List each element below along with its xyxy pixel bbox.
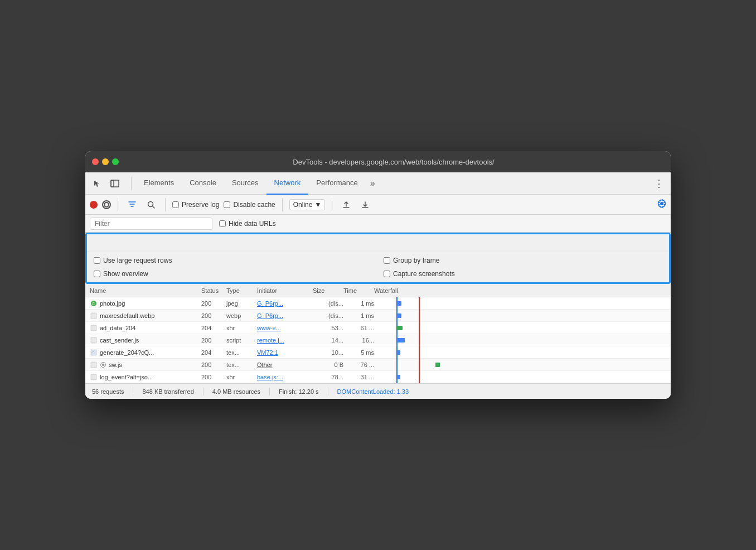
col-header-type[interactable]: Type bbox=[226, 287, 257, 294]
hide-data-urls-label: Hide data URLs bbox=[229, 220, 276, 228]
cursor-icon[interactable] bbox=[90, 176, 104, 191]
cell-status: 200 bbox=[201, 374, 226, 380]
tab-sources[interactable]: Sources bbox=[224, 172, 266, 195]
titlebar: DevTools - developers.google.com/web/too… bbox=[85, 151, 671, 172]
cell-name: maxresdefault.webp bbox=[90, 312, 201, 320]
col-header-status[interactable]: Status bbox=[201, 287, 226, 294]
cell-size: 14... bbox=[313, 337, 343, 344]
filter-input[interactable] bbox=[90, 218, 212, 230]
cell-waterfall bbox=[374, 371, 666, 383]
cell-status: 200 bbox=[201, 312, 226, 319]
settings-icon[interactable] bbox=[657, 199, 666, 210]
settings-row-top bbox=[87, 234, 669, 252]
show-overview-input[interactable] bbox=[94, 271, 100, 277]
cell-initiator[interactable]: remote.j... bbox=[257, 337, 313, 344]
more-options-icon[interactable]: ⋮ bbox=[652, 176, 666, 191]
gear-file-icon bbox=[100, 361, 106, 368]
cell-type: xhr bbox=[226, 374, 257, 380]
show-overview-label: Show overview bbox=[103, 270, 148, 278]
separator bbox=[269, 388, 270, 395]
disable-cache-checkbox[interactable]: Disable cache bbox=[224, 201, 275, 209]
resources-size: 4.0 MB resources bbox=[212, 388, 260, 395]
clear-button[interactable] bbox=[102, 200, 111, 209]
more-tabs-icon[interactable]: » bbox=[366, 178, 380, 189]
dropdown-arrow-icon: ▼ bbox=[314, 201, 321, 209]
cell-initiator[interactable]: VM72:1 bbox=[257, 349, 313, 356]
capture-screenshots-input[interactable] bbox=[384, 271, 390, 277]
tab-console[interactable]: Console bbox=[182, 172, 224, 195]
large-request-rows-checkbox[interactable]: Use large request rows bbox=[94, 257, 372, 264]
svg-rect-14 bbox=[91, 374, 96, 380]
hide-data-urls-input[interactable] bbox=[219, 220, 226, 227]
cell-initiator[interactable]: www-e... bbox=[257, 325, 313, 331]
table-row[interactable]: C photo.jpg 200 jpeg G_P6rp... (dis... 1… bbox=[85, 297, 671, 310]
preserve-log-checkbox[interactable]: Preserve log bbox=[172, 201, 219, 209]
large-request-rows-label: Use large request rows bbox=[103, 257, 172, 264]
tab-network[interactable]: Network bbox=[266, 172, 309, 195]
filter-bar: Hide data URLs bbox=[85, 215, 671, 233]
capture-screenshots-checkbox[interactable]: Capture screenshots bbox=[384, 270, 662, 278]
hide-data-urls-checkbox[interactable]: Hide data URLs bbox=[219, 220, 276, 228]
close-button[interactable] bbox=[92, 158, 99, 165]
export-icon[interactable] bbox=[358, 197, 372, 212]
cell-time: 76 ... bbox=[343, 361, 374, 368]
toolbar-right: ⋮ bbox=[652, 176, 666, 191]
dock-icon[interactable] bbox=[108, 176, 122, 191]
image-file-icon bbox=[90, 349, 98, 356]
cell-initiator[interactable]: base.js:... bbox=[257, 374, 313, 380]
cell-status: 200 bbox=[201, 361, 226, 368]
col-header-time[interactable]: Time bbox=[343, 287, 374, 294]
cell-initiator[interactable]: G_P6rp... bbox=[257, 300, 313, 307]
col-header-size[interactable]: Size bbox=[313, 287, 343, 294]
cell-waterfall bbox=[374, 359, 666, 371]
cell-size: 53... bbox=[313, 325, 343, 331]
separator bbox=[165, 198, 166, 211]
cell-time: 16... bbox=[343, 337, 374, 344]
preserve-log-input[interactable] bbox=[172, 201, 179, 208]
col-header-waterfall[interactable]: Waterfall bbox=[374, 287, 666, 294]
svg-rect-1 bbox=[111, 180, 114, 187]
separator bbox=[332, 198, 332, 211]
table-row[interactable]: log_event?alt=jso... 200 xhr base.js:...… bbox=[85, 371, 671, 383]
tab-elements[interactable]: Elements bbox=[136, 172, 182, 195]
tabs: Elements Console Sources Network Perform… bbox=[136, 172, 380, 194]
filter-icon[interactable] bbox=[125, 197, 139, 212]
svg-rect-11 bbox=[91, 362, 96, 368]
import-icon[interactable] bbox=[339, 197, 353, 212]
table-row[interactable]: ad_data_204 204 xhr www-e... 53... 61 ..… bbox=[85, 322, 671, 334]
script-file-icon bbox=[90, 336, 98, 344]
record-button[interactable] bbox=[90, 201, 98, 209]
separator bbox=[131, 177, 132, 190]
show-overview-checkbox[interactable]: Show overview bbox=[94, 270, 372, 278]
throttle-select[interactable]: Online ▼ bbox=[289, 199, 326, 210]
large-request-rows-input[interactable] bbox=[94, 257, 100, 264]
table-row[interactable]: cast_sender.js 200 script remote.j... 14… bbox=[85, 334, 671, 346]
doc-file-icon bbox=[90, 373, 98, 381]
cell-time: 31 ... bbox=[343, 374, 374, 380]
maximize-button[interactable] bbox=[112, 158, 119, 165]
group-by-frame-input[interactable] bbox=[384, 257, 390, 264]
status-bar: 56 requests 848 KB transferred 4.0 MB re… bbox=[85, 383, 671, 399]
cell-name: sw.js bbox=[90, 361, 201, 369]
col-header-initiator[interactable]: Initiator bbox=[257, 287, 313, 294]
group-by-frame-checkbox[interactable]: Group by frame bbox=[384, 257, 662, 264]
cell-name: log_event?alt=jso... bbox=[90, 373, 201, 381]
cell-time: 61 ... bbox=[343, 325, 374, 331]
cell-time: 1 ms bbox=[343, 300, 374, 307]
table-row[interactable]: maxresdefault.webp 200 webp G_P6rp... (d… bbox=[85, 310, 671, 322]
network-table: C photo.jpg 200 jpeg G_P6rp... (dis... 1… bbox=[85, 297, 671, 383]
minimize-button[interactable] bbox=[102, 158, 109, 165]
cell-name: C photo.jpg bbox=[90, 300, 201, 307]
group-by-frame-label: Group by frame bbox=[393, 257, 439, 264]
table-row[interactable]: generate_204?cQ... 204 tex... VM72:1 10.… bbox=[85, 346, 671, 359]
cell-initiator[interactable]: G_P6rp... bbox=[257, 312, 313, 319]
cell-type: jpeg bbox=[226, 300, 257, 307]
search-icon[interactable] bbox=[144, 197, 158, 212]
col-header-name[interactable]: Name bbox=[90, 287, 201, 294]
svg-rect-7 bbox=[91, 337, 96, 343]
cell-type: xhr bbox=[226, 325, 257, 331]
disable-cache-input[interactable] bbox=[224, 201, 230, 208]
table-row[interactable]: sw.js 200 tex... Other 0 B 76 ... bbox=[85, 359, 671, 371]
tab-performance[interactable]: Performance bbox=[308, 172, 365, 195]
window-title: DevTools - developers.google.com/web/too… bbox=[123, 158, 664, 166]
